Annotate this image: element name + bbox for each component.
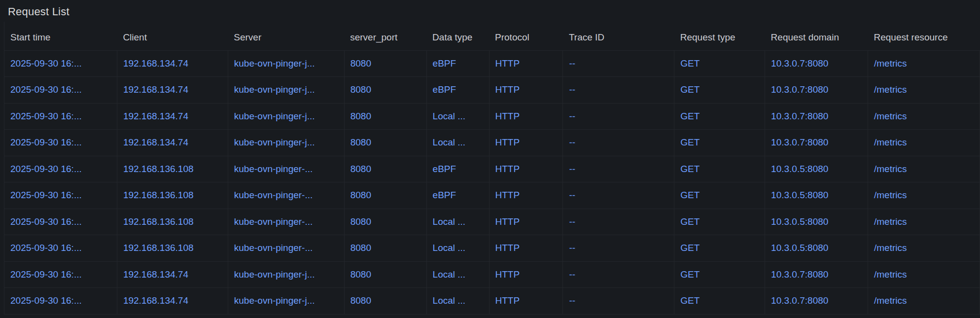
cell-link[interactable]: kube-ovn-pinger-j...: [234, 84, 315, 95]
cell-client[interactable]: 192.168.136.108: [117, 156, 228, 182]
column-header-data-type[interactable]: Data type: [426, 22, 489, 50]
cell-link[interactable]: kube-ovn-pinger-...: [234, 243, 313, 253]
cell-link[interactable]: 2025-09-30 16:...: [10, 216, 82, 227]
cell-request-domain[interactable]: 10.3.0.7:8080: [765, 288, 868, 315]
cell-link[interactable]: kube-ovn-pinger-...: [234, 190, 313, 200]
cell-link[interactable]: GET: [680, 137, 700, 147]
cell-request-domain[interactable]: 10.3.0.7:8080: [765, 77, 868, 104]
cell-link[interactable]: 192.168.134.74: [123, 269, 188, 280]
cell-link[interactable]: kube-ovn-pinger-j...: [234, 137, 315, 147]
cell-link[interactable]: --: [569, 84, 575, 95]
cell-server-port[interactable]: 8080: [344, 77, 426, 104]
cell-link[interactable]: 2025-09-30 16:...: [10, 111, 82, 121]
cell-link[interactable]: GET: [680, 190, 700, 200]
column-header-request-domain[interactable]: Request domain: [765, 22, 868, 50]
cell-link[interactable]: 8080: [350, 216, 371, 227]
cell-request-resource[interactable]: /metrics: [868, 156, 980, 182]
cell-link[interactable]: eBPF: [433, 164, 456, 174]
cell-link[interactable]: kube-ovn-pinger-j...: [234, 111, 315, 121]
cell-link[interactable]: --: [569, 111, 575, 121]
cell-link[interactable]: 2025-09-30 16:...: [10, 137, 82, 147]
cell-link[interactable]: 10.3.0.5:8080: [771, 243, 828, 253]
cell-client[interactable]: 192.168.134.74: [117, 50, 228, 77]
cell-trace-id[interactable]: --: [563, 130, 674, 156]
cell-link[interactable]: 192.168.134.74: [123, 58, 188, 69]
cell-protocol[interactable]: HTTP: [489, 261, 563, 288]
cell-request-domain[interactable]: 10.3.0.7:8080: [765, 130, 868, 156]
cell-link[interactable]: HTTP: [495, 269, 520, 280]
cell-link[interactable]: /metrics: [874, 58, 907, 69]
cell-link[interactable]: GET: [680, 111, 700, 121]
cell-link[interactable]: HTTP: [495, 216, 520, 227]
cell-protocol[interactable]: HTTP: [489, 130, 563, 156]
cell-trace-id[interactable]: --: [563, 156, 674, 182]
cell-link[interactable]: GET: [680, 269, 700, 280]
cell-link[interactable]: 8080: [350, 137, 371, 147]
cell-link[interactable]: GET: [680, 216, 700, 227]
cell-link[interactable]: GET: [680, 243, 700, 253]
cell-request-type[interactable]: GET: [674, 209, 765, 235]
cell-request-type[interactable]: GET: [674, 182, 765, 209]
cell-link[interactable]: GET: [680, 58, 700, 69]
cell-link[interactable]: 10.3.0.7:8080: [771, 58, 828, 69]
cell-link[interactable]: GET: [680, 295, 700, 306]
cell-server[interactable]: kube-ovn-pinger-j...: [228, 130, 344, 156]
cell-server-port[interactable]: 8080: [344, 103, 426, 130]
cell-start-time[interactable]: 2025-09-30 16:...: [4, 156, 117, 182]
cell-link[interactable]: /metrics: [874, 111, 907, 121]
cell-link[interactable]: --: [569, 137, 575, 147]
cell-request-resource[interactable]: /metrics: [868, 103, 980, 130]
cell-link[interactable]: 10.3.0.7:8080: [771, 269, 828, 280]
cell-link[interactable]: kube-ovn-pinger-j...: [234, 295, 315, 306]
cell-link[interactable]: --: [569, 164, 575, 174]
cell-request-resource[interactable]: /metrics: [868, 261, 980, 288]
cell-link[interactable]: 192.168.134.74: [123, 137, 188, 147]
cell-link[interactable]: Local ...: [433, 111, 466, 121]
cell-protocol[interactable]: HTTP: [489, 50, 563, 77]
cell-server-port[interactable]: 8080: [344, 209, 426, 235]
cell-request-type[interactable]: GET: [674, 50, 765, 77]
cell-server[interactable]: kube-ovn-pinger-...: [228, 209, 344, 235]
cell-server[interactable]: kube-ovn-pinger-j...: [228, 103, 344, 130]
cell-protocol[interactable]: HTTP: [489, 156, 563, 182]
cell-request-resource[interactable]: /metrics: [868, 182, 980, 209]
cell-request-domain[interactable]: 10.3.0.5:8080: [765, 235, 868, 262]
cell-start-time[interactable]: 2025-09-30 16:...: [4, 103, 117, 130]
cell-link[interactable]: 8080: [350, 269, 371, 280]
cell-server[interactable]: kube-ovn-pinger-j...: [228, 261, 344, 288]
column-header-server[interactable]: Server: [228, 22, 344, 50]
cell-link[interactable]: HTTP: [495, 295, 520, 306]
cell-protocol[interactable]: HTTP: [489, 209, 563, 235]
cell-client[interactable]: 192.168.134.74: [117, 77, 228, 104]
cell-server-port[interactable]: 8080: [344, 235, 426, 262]
cell-link[interactable]: 8080: [350, 58, 371, 69]
cell-trace-id[interactable]: --: [563, 261, 674, 288]
cell-link[interactable]: eBPF: [433, 58, 456, 69]
cell-trace-id[interactable]: --: [563, 209, 674, 235]
column-header-start-time[interactable]: Start time: [4, 22, 117, 50]
cell-server-port[interactable]: 8080: [344, 288, 426, 315]
cell-link[interactable]: eBPF: [433, 190, 456, 200]
cell-link[interactable]: 10.3.0.5:8080: [771, 216, 828, 227]
cell-server[interactable]: kube-ovn-pinger-j...: [228, 50, 344, 77]
cell-link[interactable]: HTTP: [495, 84, 520, 95]
cell-server[interactable]: kube-ovn-pinger-j...: [228, 77, 344, 104]
cell-link[interactable]: 192.168.136.108: [123, 164, 194, 174]
cell-request-resource[interactable]: /metrics: [868, 288, 980, 315]
cell-request-resource[interactable]: /metrics: [868, 50, 980, 77]
cell-link[interactable]: 8080: [350, 295, 371, 306]
cell-link[interactable]: 10.3.0.7:8080: [771, 111, 828, 121]
cell-link[interactable]: Local ...: [433, 243, 466, 253]
cell-link[interactable]: HTTP: [495, 164, 520, 174]
cell-protocol[interactable]: HTTP: [489, 77, 563, 104]
cell-link[interactable]: HTTP: [495, 137, 520, 147]
cell-data-type[interactable]: Local ...: [426, 288, 489, 315]
cell-trace-id[interactable]: --: [563, 288, 674, 315]
cell-link[interactable]: HTTP: [495, 58, 520, 69]
cell-link[interactable]: --: [569, 243, 575, 253]
cell-protocol[interactable]: HTTP: [489, 288, 563, 315]
cell-request-domain[interactable]: 10.3.0.5:8080: [765, 209, 868, 235]
cell-data-type[interactable]: Local ...: [426, 130, 489, 156]
cell-link[interactable]: --: [569, 295, 575, 306]
cell-link[interactable]: 8080: [350, 111, 371, 121]
